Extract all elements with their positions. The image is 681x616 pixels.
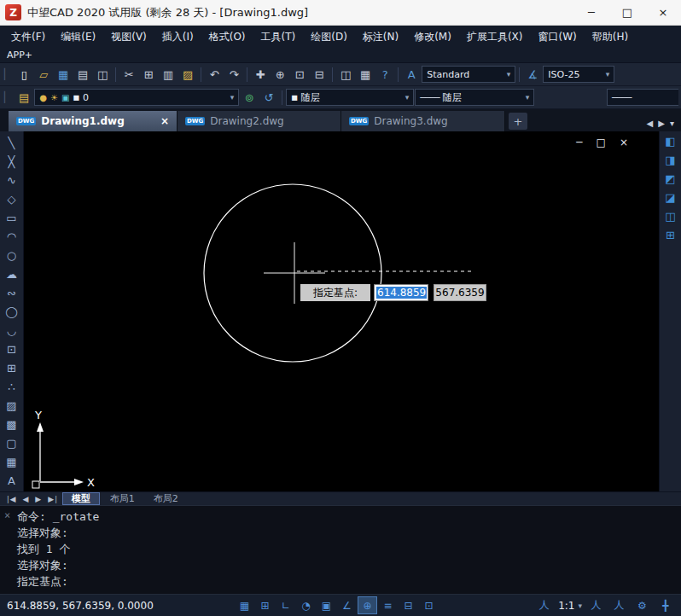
command-line-panel[interactable]: × 命令: _rotate 选择对象: 找到 1 个 选择对象: 指定基点: — [0, 505, 681, 594]
copy-icon[interactable]: ⊞ — [139, 65, 158, 84]
command-close-icon[interactable]: × — [4, 509, 10, 521]
dim-style-combo[interactable]: ISO-25 ▾ — [543, 66, 614, 83]
arc-icon[interactable]: ◠ — [2, 227, 22, 246]
tab-drawing3[interactable]: DWG Drawing3.dwg — [341, 111, 505, 131]
annotation-scale-control[interactable]: 1:1 ▾ — [558, 600, 582, 612]
menu-insert[interactable]: 插入(I) — [154, 26, 201, 48]
ortho-icon[interactable]: ∟ — [276, 597, 294, 613]
menu-draw[interactable]: 绘图(D) — [303, 26, 355, 48]
menu-help[interactable]: 帮助(H) — [585, 26, 636, 48]
print-preview-icon[interactable]: ◫ — [93, 65, 112, 84]
tab-scroll-left-icon[interactable]: ◀ — [647, 119, 654, 128]
named-views-icon[interactable]: ▦ — [356, 65, 375, 84]
menu-edit[interactable]: 编辑(E) — [53, 26, 103, 48]
polygon-icon[interactable]: ◇ — [2, 189, 22, 208]
side-tool-icon-3[interactable]: ◩ — [665, 172, 675, 185]
zoom-realtime-icon[interactable]: ⊕ — [271, 65, 289, 84]
text-style-icon[interactable]: A — [402, 65, 421, 84]
clean-screen-icon[interactable]: ╋ — [656, 597, 674, 613]
tab-drawing2[interactable]: DWG Drawing2.dwg — [178, 111, 341, 131]
cut-icon[interactable]: ✂ — [119, 65, 138, 84]
app-plus-menu[interactable]: APP+ — [0, 49, 39, 61]
layer-combo[interactable]: ● ☀ ▣ ■ 0 ▾ — [34, 89, 239, 106]
help-icon[interactable]: ? — [375, 65, 394, 84]
side-tool-icon-5[interactable]: ◫ — [665, 210, 675, 223]
new-file-icon[interactable]: ▯ — [15, 65, 33, 84]
zoom-window-icon[interactable]: ⊡ — [290, 65, 309, 84]
dynamic-input-icon[interactable]: ⊕ — [358, 597, 376, 613]
menu-window[interactable]: 窗口(W) — [530, 26, 584, 48]
insert-block-icon[interactable]: ⊡ — [2, 340, 22, 358]
menu-modify[interactable]: 修改(M) — [406, 26, 459, 48]
new-tab-button[interactable]: + — [509, 113, 527, 130]
side-tool-icon-6[interactable]: ⊞ — [666, 229, 675, 241]
tab-layout2[interactable]: 布局2 — [145, 492, 187, 505]
menu-express-tools[interactable]: 扩展工具(X) — [459, 26, 531, 48]
zoom-previous-icon[interactable]: ⊟ — [310, 65, 329, 84]
layer-previous-icon[interactable]: ↺ — [259, 88, 278, 107]
open-folder-icon[interactable]: ▱ — [34, 65, 53, 84]
selection-cycling-icon[interactable]: ⊡ — [420, 597, 438, 613]
pan-icon[interactable]: ✚ — [251, 65, 270, 84]
match-properties-icon[interactable]: ▨ — [178, 65, 197, 84]
color-combo[interactable]: ■ 随层 ▾ — [286, 89, 414, 106]
plot-icon[interactable]: ▤ — [73, 65, 92, 84]
circle-icon[interactable]: ○ — [2, 246, 22, 264]
make-block-icon[interactable]: ⊞ — [2, 358, 22, 377]
doc-restore-button[interactable]: □ — [597, 137, 606, 148]
redo-icon[interactable]: ↷ — [224, 65, 243, 84]
table-icon[interactable]: ▦ — [2, 452, 22, 471]
annotation-autoscale-icon[interactable]: 人 — [587, 597, 605, 613]
polyline-icon[interactable]: ∿ — [2, 171, 22, 189]
dynamic-input-y-field[interactable]: 567.6359 — [434, 284, 486, 301]
side-tool-icon-4[interactable]: ◪ — [665, 191, 675, 204]
close-button[interactable]: × — [645, 0, 681, 25]
region-icon[interactable]: ▢ — [2, 433, 22, 452]
tab-menu-icon[interactable]: ▾ — [670, 119, 674, 128]
gear-icon[interactable]: ⚙ — [633, 597, 651, 613]
toolbar-grip[interactable]: ▏ — [3, 68, 14, 80]
make-layer-current-icon[interactable]: ⊚ — [240, 88, 259, 107]
lineweight-combo[interactable]: ──── — [607, 89, 678, 106]
tab-model[interactable]: 模型 — [62, 492, 100, 505]
undo-icon[interactable]: ↶ — [205, 65, 224, 84]
ellipse-arc-icon[interactable]: ◡ — [2, 321, 22, 340]
menu-file[interactable]: 文件(F) — [3, 26, 53, 48]
doc-minimize-button[interactable]: ─ — [576, 137, 582, 148]
transparency-icon[interactable]: ⊟ — [399, 597, 417, 613]
annotation-add-scale-icon[interactable]: 人 — [610, 597, 628, 613]
side-tool-icon-1[interactable]: ◧ — [665, 135, 675, 148]
polar-tracking-icon[interactable]: ◔ — [297, 597, 315, 613]
menu-format[interactable]: 格式(O) — [201, 26, 253, 48]
rectangle-icon[interactable]: ▭ — [2, 208, 22, 227]
ellipse-icon[interactable]: ◯ — [2, 302, 22, 321]
maximize-button[interactable]: □ — [609, 0, 645, 25]
minimize-button[interactable]: ─ — [573, 0, 609, 25]
tab-drawing1[interactable]: DWG Drawing1.dwg × — [9, 111, 178, 131]
layout-nav-last-icon[interactable]: ▶∣ — [45, 495, 60, 503]
linetype-combo[interactable]: ──── 随层 ▾ — [415, 89, 534, 106]
paste-icon[interactable]: ▥ — [159, 65, 178, 84]
toolbar-grip[interactable]: ▏ — [3, 91, 14, 103]
tab-close-icon[interactable]: × — [160, 115, 169, 127]
mtext-icon[interactable]: A — [2, 471, 22, 490]
line-icon[interactable]: ╲ — [2, 133, 22, 152]
spline-icon[interactable]: ∾ — [2, 283, 22, 302]
gradient-icon[interactable]: ▩ — [2, 415, 22, 433]
tab-scroll-right-icon[interactable]: ▶ — [658, 119, 665, 128]
layout-nav-next-icon[interactable]: ▶ — [32, 495, 44, 503]
doc-close-button[interactable]: × — [620, 137, 628, 148]
construction-line-icon[interactable]: ╳ — [2, 152, 22, 171]
layout-nav-first-icon[interactable]: ∣◀ — [3, 495, 18, 503]
menu-tools[interactable]: 工具(T) — [253, 26, 304, 48]
object-snap-tracking-icon[interactable]: ∠ — [338, 597, 356, 613]
command-prompt-line[interactable]: 指定基点: — [17, 573, 681, 590]
text-style-combo[interactable]: Standard ▾ — [422, 66, 515, 83]
menu-view[interactable]: 视图(V) — [103, 26, 154, 48]
side-tool-icon-2[interactable]: ◨ — [665, 154, 675, 166]
menu-dimension[interactable]: 标注(N) — [355, 26, 406, 48]
viewports-icon[interactable]: ◫ — [336, 65, 355, 84]
revision-cloud-icon[interactable]: ☁ — [2, 264, 22, 283]
dynamic-input-x-field[interactable]: 614.8859 — [374, 284, 428, 301]
layout-nav-prev-icon[interactable]: ◀ — [20, 495, 31, 503]
